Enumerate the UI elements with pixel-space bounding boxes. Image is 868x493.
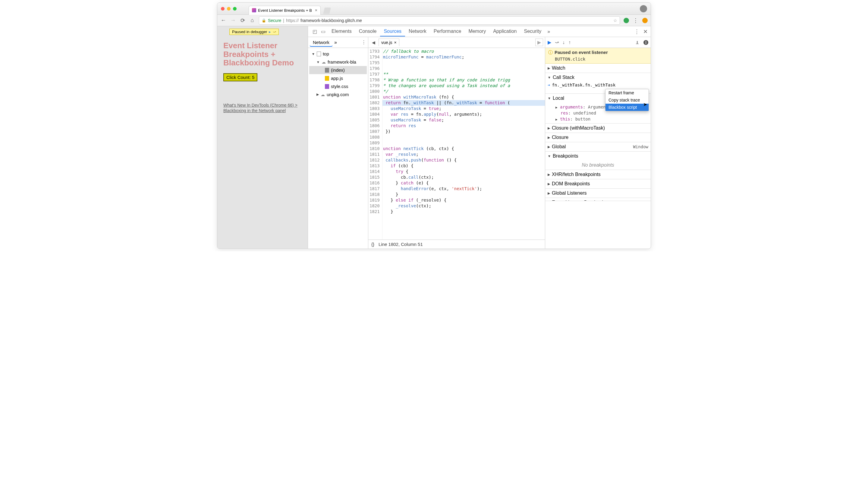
navigator-tab-network[interactable]: Network	[310, 39, 332, 46]
scope-closure-section[interactable]: ▶Closure	[545, 133, 651, 142]
cloud-icon	[322, 59, 326, 64]
scope-global-section[interactable]: ▶GlobalWindow	[545, 142, 651, 151]
lock-icon: 🔒	[262, 18, 266, 23]
devtools-tabbar: ◰ ▭ ElementsConsoleSourcesNetworkPerform…	[308, 26, 651, 37]
maximize-window-button[interactable]	[233, 7, 237, 10]
run-snippet-icon[interactable]: ▶	[535, 39, 543, 46]
scope-variable[interactable]: ▶ this: button	[552, 116, 648, 122]
sources-navigator: Network » ⋮ ▼top ▼framework-bla (index)a…	[308, 37, 368, 249]
favicon-icon	[252, 8, 256, 12]
debugger-pane: ▶ ⤻ ↓ ↑ ⫫ || ⓘPaused on event listener B…	[545, 37, 651, 249]
devtools-tab-elements[interactable]: Elements	[328, 27, 355, 37]
js-file-icon	[325, 76, 329, 81]
dom-breakpoints-section[interactable]: ▶DOM Breakpoints	[545, 179, 651, 188]
devtools-close-icon[interactable]: ✕	[643, 28, 648, 35]
editor-statusbar: {} Line 1802, Column 51	[368, 240, 545, 249]
devtools-tab-sources[interactable]: Sources	[380, 27, 405, 37]
paused-overlay-badge: Paused in debugger ▸ ⤻	[230, 29, 279, 35]
overflow-tabs-icon[interactable]: »	[547, 29, 550, 34]
rendered-page: Paused in debugger ▸ ⤻ Event Listener Br…	[217, 26, 308, 249]
pause-exceptions-button[interactable]: ||	[644, 40, 648, 45]
main-content: Paused in debugger ▸ ⤻ Event Listener Br…	[217, 26, 651, 249]
cloud-icon	[321, 92, 325, 97]
scope-closure-section[interactable]: ▶Closure (withMacroTask)	[545, 124, 651, 133]
css-file-icon	[325, 84, 329, 89]
step-out-button[interactable]: ↑	[568, 40, 571, 45]
minimize-window-button[interactable]	[227, 7, 231, 10]
forward-button[interactable]: →	[230, 17, 236, 23]
devtools-panel: ◰ ▭ ElementsConsoleSourcesNetworkPerform…	[308, 26, 651, 249]
resume-button[interactable]: ▶	[548, 40, 551, 45]
devtools-tab-network[interactable]: Network	[405, 27, 430, 37]
address-bar: ← → ⟳ ⌂ 🔒 Secure | https://framework-bla…	[217, 15, 651, 26]
titlebar: Event Listener Breakpoints + B ×	[217, 3, 651, 15]
doc-file-icon	[325, 68, 329, 72]
browser-tab[interactable]: Event Listener Breakpoints + B ×	[248, 6, 321, 15]
reload-button[interactable]: ⟳	[240, 17, 246, 24]
file-tree: ▼top ▼framework-bla (index)app.jsstyle.c…	[308, 48, 368, 100]
navigator-menu-icon[interactable]: ⋮	[361, 40, 366, 45]
xhr-breakpoints-section[interactable]: ▶XHR/fetch Breakpoints	[545, 170, 651, 179]
current-frame-icon: ➔	[548, 83, 550, 87]
mouse-cursor-icon: ➤	[643, 102, 647, 107]
info-icon: ⓘ	[548, 50, 553, 55]
context-menu-item[interactable]: Copy stack trace	[606, 97, 649, 104]
step-into-button[interactable]: ↓	[562, 40, 565, 45]
extension-icon[interactable]	[642, 18, 648, 23]
breakpoints-section[interactable]: ▼Breakpoints	[545, 152, 651, 160]
url-input[interactable]: 🔒 Secure | https://framework-blackboxing…	[259, 16, 620, 25]
browser-window: Event Listener Breakpoints + B × ← → ⟳ ⌂…	[217, 2, 651, 249]
context-menu: Restart frameCopy stack traceBlackbox sc…	[605, 89, 649, 111]
tree-domain[interactable]: ▶unpkg.com	[309, 90, 367, 99]
tab-close-icon[interactable]: ×	[315, 8, 317, 13]
tree-file[interactable]: (index)	[309, 66, 367, 74]
deactivate-breakpoints-button[interactable]: ⫫	[635, 40, 640, 45]
devtools-menu-icon[interactable]: ⋮	[634, 28, 639, 35]
click-count-button[interactable]: Click Count: 5	[223, 73, 257, 81]
close-file-icon[interactable]: ×	[394, 40, 397, 45]
devtools-tab-security[interactable]: Security	[520, 27, 545, 37]
home-button[interactable]: ⌂	[249, 17, 255, 23]
navigator-overflow-icon[interactable]: »	[334, 40, 337, 45]
step-over-button[interactable]: ⤻	[555, 40, 559, 45]
watch-section[interactable]: ▶Watch	[545, 64, 651, 72]
back-button[interactable]: ←	[220, 17, 226, 23]
resume-icon[interactable]: ▸	[269, 29, 271, 34]
devtools-tab-performance[interactable]: Performance	[430, 27, 465, 37]
device-toggle-icon[interactable]: ▭	[320, 29, 327, 34]
step-over-icon[interactable]: ⤻	[273, 29, 276, 34]
debugger-toolbar: ▶ ⤻ ↓ ↑ ⫫ ||	[545, 37, 651, 48]
stack-frame[interactable]: ➔ fn._withTask.fn._withTask	[545, 82, 651, 88]
tab-title: Event Listener Breakpoints + B	[258, 8, 312, 13]
devtools-tab-console[interactable]: Console	[355, 27, 381, 37]
profile-avatar-icon[interactable]	[640, 5, 647, 12]
secure-label: Secure	[268, 18, 281, 23]
devtools-tab-application[interactable]: Application	[490, 27, 520, 37]
tree-file[interactable]: app.js	[309, 74, 367, 82]
tree-top[interactable]: ▼top	[309, 50, 367, 58]
menu-icon[interactable]: ⋮	[633, 17, 638, 24]
context-menu-item[interactable]: Blackbox script	[606, 104, 649, 111]
window-controls	[221, 7, 237, 10]
tree-file[interactable]: style.css	[309, 82, 367, 90]
event-listener-breakpoints-section[interactable]: ▶Event Listener Breakpoints	[545, 198, 651, 201]
devtools-tab-memory[interactable]: Memory	[465, 27, 490, 37]
inspect-element-icon[interactable]: ◰	[311, 29, 318, 34]
show-nav-icon[interactable]: ◀	[370, 40, 377, 45]
bookmark-star-icon[interactable]: ☆	[613, 18, 617, 23]
page-heading: Event Listener Breakpoints + Blackboxing…	[223, 41, 302, 67]
global-listeners-section[interactable]: ▶Global Listeners	[545, 189, 651, 198]
context-menu-item[interactable]: Restart frame	[606, 89, 649, 97]
format-braces-icon[interactable]: {}	[371, 242, 374, 247]
close-window-button[interactable]	[221, 7, 224, 10]
editor-file-tab[interactable]: vue.js ×	[378, 39, 399, 46]
article-link[interactable]: What's New In DevTools (Chrome 66) > Bla…	[223, 103, 302, 113]
source-editor: ◀ vue.js × ▶ 179317941795179617971798179…	[368, 37, 545, 249]
extension-icon[interactable]	[624, 18, 629, 23]
paused-banner: ⓘPaused on event listener BUTTON.click	[545, 48, 651, 64]
tree-domain[interactable]: ▼framework-bla	[309, 58, 367, 66]
call-stack-section[interactable]: ▼Call Stack	[545, 73, 651, 82]
code-editor[interactable]: 1793179417951796179717981799180018011802…	[368, 48, 545, 240]
new-tab-button[interactable]	[323, 7, 331, 14]
